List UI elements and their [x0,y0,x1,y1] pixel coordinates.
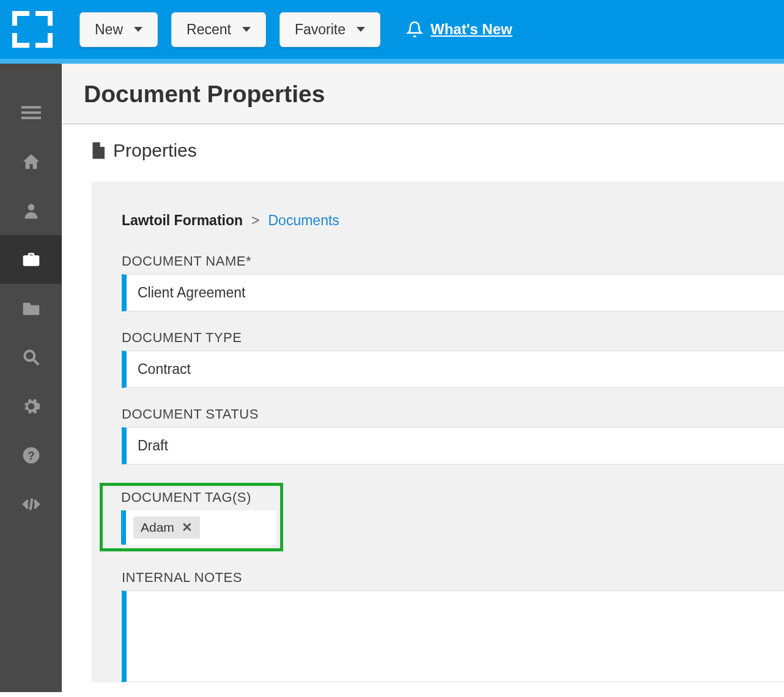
new-button[interactable]: New [80,12,158,47]
new-button-label: New [95,21,123,38]
bell-icon [406,21,423,38]
favorite-button-label: Favorite [295,21,346,38]
internal-notes-textarea[interactable] [122,591,784,682]
caret-down-icon [357,27,365,32]
document-type-label: DOCUMENT TYPE [122,330,784,346]
document-status-label: DOCUMENT STATUS [122,406,784,422]
document-status-value: Draft [138,438,168,453]
document-name-input[interactable] [138,285,773,301]
document-icon [91,142,105,159]
gear-icon [21,397,41,416]
main-content: Document Properties Properties Lawtoil F… [62,64,784,692]
breadcrumb-documents-link[interactable]: Documents [268,212,339,229]
sidebar-menu-toggle[interactable] [0,88,62,137]
help-icon: ? [21,445,41,465]
field-document-tags-highlight: DOCUMENT TAG(S) Adam ✕ [100,483,283,551]
briefcase-icon [21,250,41,269]
breadcrumb: Lawtoil Formation > Documents [122,212,784,229]
topbar: New Recent Favorite What's New [0,0,784,64]
folder-icon [21,299,41,318]
sidebar-item-help[interactable]: ? [0,431,62,480]
caret-down-icon [242,27,251,32]
hamburger-icon [21,103,41,122]
tag-chip-label: Adam [141,520,174,535]
tag-remove-icon[interactable]: ✕ [182,520,193,535]
svg-point-3 [28,204,34,211]
sidebar-item-folder[interactable] [0,284,62,333]
home-icon [21,152,41,171]
field-document-status: DOCUMENT STATUS Draft [122,406,784,464]
svg-text:?: ? [28,449,34,462]
sidebar-item-settings[interactable] [0,382,62,431]
sidebar-item-profile[interactable] [0,186,62,235]
tag-chip: Adam ✕ [133,516,200,539]
document-tags-input[interactable]: Adam ✕ [121,510,276,545]
svg-point-4 [24,351,34,360]
internal-notes-label: INTERNAL NOTES [122,570,784,586]
document-tags-label: DOCUMENT TAG(S) [121,490,276,505]
field-document-type: DOCUMENT TYPE Contract [122,330,784,388]
document-status-select[interactable]: Draft [122,427,784,464]
caret-down-icon [134,27,142,32]
field-document-name: DOCUMENT NAME* [122,253,784,311]
whats-new-link[interactable]: What's New [406,21,512,38]
whats-new-label: What's New [431,21,512,38]
document-type-value: Contract [138,361,191,377]
sidebar-item-briefcase[interactable] [0,235,62,284]
page-header: Document Properties [62,64,784,124]
svg-line-5 [34,360,39,365]
recent-button-label: Recent [187,21,231,38]
svg-line-8 [30,499,32,510]
recent-button[interactable]: Recent [171,12,266,47]
breadcrumb-root: Lawtoil Formation [122,212,243,229]
field-internal-notes: INTERNAL NOTES [122,570,784,682]
section-header: Properties [91,140,784,161]
person-icon [21,201,41,220]
page-title: Document Properties [84,81,762,108]
properties-form: Lawtoil Formation > Documents DOCUMENT N… [91,182,784,682]
document-name-label: DOCUMENT NAME* [122,253,784,269]
sidebar-item-code[interactable] [0,480,62,529]
svg-rect-1 [21,111,41,114]
favorite-button[interactable]: Favorite [279,12,380,47]
sidebar-item-search[interactable] [0,333,62,382]
sidebar: ? [0,64,62,692]
document-name-input-wrap[interactable] [122,274,784,311]
svg-rect-2 [21,117,41,119]
sidebar-item-home[interactable] [0,137,62,186]
app-logo[interactable] [12,11,53,48]
svg-rect-0 [21,106,41,108]
search-icon [21,348,41,367]
section-title: Properties [113,140,197,161]
breadcrumb-separator: > [251,212,259,229]
document-type-select[interactable]: Contract [122,351,784,388]
code-icon [21,494,41,514]
